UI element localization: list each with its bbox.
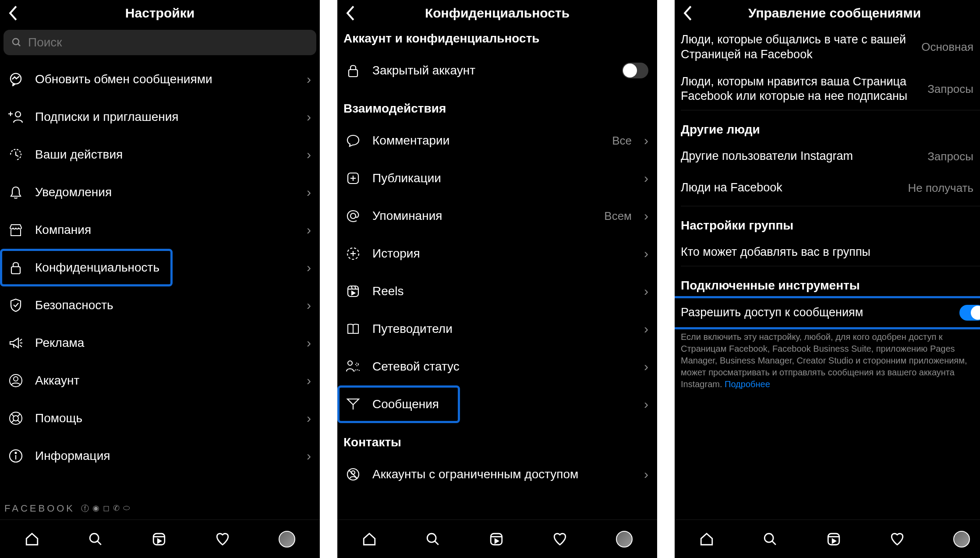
- nav-profile-avatar[interactable]: [953, 531, 970, 547]
- nav-profile-avatar[interactable]: [616, 531, 633, 547]
- private-account-toggle[interactable]: [622, 63, 648, 78]
- nav-home[interactable]: [25, 532, 39, 547]
- info-text: Если включить эту настройку, любой, для …: [675, 327, 980, 390]
- chevron-right-icon: ›: [307, 336, 311, 350]
- row-restricted[interactable]: Аккаунты с ограниченным доступом ›: [337, 456, 657, 493]
- row-label: Люди, которые общались в чате с вашей Ст…: [681, 32, 916, 62]
- chevron-right-icon: ›: [644, 397, 648, 412]
- chevron-right-icon: ›: [307, 147, 311, 162]
- chevron-right-icon: ›: [307, 72, 311, 87]
- megaphone-icon: [6, 333, 25, 353]
- row-label: Люди, которым нравится ваша Страница Fac…: [681, 74, 922, 104]
- svg-point-37: [348, 361, 352, 365]
- story-icon: [343, 244, 363, 263]
- row-page-likes[interactable]: Люди, которым нравится ваша Страница Fac…: [675, 68, 980, 110]
- allow-access-toggle[interactable]: [959, 305, 980, 321]
- chevron-right-icon: ›: [307, 260, 311, 275]
- row-comments[interactable]: Комментарии Все ›: [337, 122, 657, 159]
- row-label: Комментарии: [372, 134, 602, 148]
- row-label: Сетевой статус: [372, 360, 634, 374]
- svg-line-1: [18, 44, 20, 46]
- row-label: Люди на Facebook: [681, 180, 903, 195]
- nav-activity[interactable]: [890, 532, 905, 547]
- search-input[interactable]: [28, 35, 308, 49]
- row-label: Аккаунты с ограниченным доступом: [372, 467, 634, 481]
- row-account[interactable]: Аккаунт ›: [0, 362, 320, 399]
- account-icon: [6, 371, 25, 390]
- nav-profile-avatar[interactable]: [279, 531, 295, 547]
- row-mentions[interactable]: Упоминания Всем ›: [337, 197, 657, 235]
- row-activity-status[interactable]: Сетевой статус ›: [337, 348, 657, 385]
- row-label: Публикации: [372, 171, 634, 185]
- nav-search[interactable]: [763, 532, 778, 547]
- chevron-right-icon: ›: [644, 467, 648, 482]
- row-about[interactable]: Информация ›: [0, 437, 320, 475]
- svg-rect-23: [153, 533, 165, 545]
- nav-activity[interactable]: [215, 532, 230, 547]
- nav-activity[interactable]: [552, 532, 567, 547]
- row-security[interactable]: Безопасность ›: [0, 286, 320, 324]
- activity-icon: [6, 145, 25, 164]
- bottom-nav: [0, 519, 320, 558]
- info-link[interactable]: Подробнее: [725, 379, 770, 389]
- section-interactions: Взаимодействия: [337, 89, 657, 122]
- row-allow-access[interactable]: Разрешить доступ к сообщениям: [675, 299, 980, 327]
- chevron-right-icon: ›: [644, 208, 648, 223]
- page-title: Конфиденциальность: [337, 6, 657, 21]
- row-guides[interactable]: Путеводители ›: [337, 310, 657, 348]
- chevron-right-icon: ›: [307, 411, 311, 426]
- bottom-nav: [337, 519, 657, 558]
- row-value: Не получать: [908, 181, 974, 195]
- svg-point-11: [14, 377, 18, 381]
- nav-search[interactable]: [88, 532, 103, 547]
- bell-icon: [6, 183, 25, 202]
- nav-reels[interactable]: [489, 532, 504, 547]
- row-notifications[interactable]: Уведомления ›: [0, 173, 320, 211]
- row-privacy[interactable]: Конфиденциальность ›: [0, 249, 320, 286]
- section-contacts: Контакты: [337, 423, 657, 456]
- row-reels[interactable]: Reels ›: [337, 272, 657, 310]
- row-label: Путеводители: [372, 322, 634, 336]
- row-other-instagram[interactable]: Другие пользователи Instagram Запросы ›: [675, 143, 980, 170]
- chevron-right-icon: ›: [307, 222, 311, 237]
- oculus-glyph-icon: ⬭: [123, 503, 130, 514]
- chevron-right-icon: ›: [644, 321, 648, 336]
- row-help[interactable]: Помощь ›: [0, 399, 320, 437]
- row-story[interactable]: История ›: [337, 235, 657, 272]
- svg-rect-25: [349, 70, 357, 77]
- row-label: Закрытый аккаунт: [372, 64, 612, 78]
- row-people-facebook[interactable]: Люди на Facebook Не получать ›: [675, 170, 980, 206]
- row-follow-invite[interactable]: Подписки и приглашения ›: [0, 98, 320, 136]
- section-account-privacy: Аккаунт и конфиденциальность: [337, 26, 657, 52]
- row-messages[interactable]: Сообщения ›: [337, 385, 657, 423]
- row-business[interactable]: Компания ›: [0, 211, 320, 249]
- svg-rect-49: [828, 533, 839, 545]
- nav-reels[interactable]: [826, 532, 841, 547]
- row-page-chat[interactable]: Люди, которые общались в чате с вашей Ст…: [675, 26, 980, 68]
- row-update-messaging[interactable]: Обновить обмен сообщениями ›: [0, 60, 320, 98]
- row-value: Всем: [604, 209, 632, 223]
- row-label: Компания: [35, 223, 297, 237]
- svg-line-44: [435, 541, 439, 545]
- row-group-add[interactable]: Кто может добавлять вас в группы ›: [675, 239, 980, 266]
- page-title: Настройки: [0, 6, 320, 21]
- svg-line-9: [20, 345, 22, 347]
- row-posts[interactable]: Публикации ›: [337, 159, 657, 197]
- activity-status-icon: [343, 357, 363, 376]
- search-box[interactable]: [4, 30, 316, 55]
- row-label: Кто может добавлять вас в группы: [681, 245, 976, 260]
- nav-home[interactable]: [362, 532, 377, 547]
- nav-home[interactable]: [699, 532, 714, 547]
- svg-line-16: [11, 420, 14, 423]
- message-controls-panel: Управление сообщениями Люди, которые общ…: [675, 0, 980, 558]
- nav-search[interactable]: [425, 532, 440, 547]
- row-ads[interactable]: Реклама ›: [0, 324, 320, 362]
- bottom-nav: [675, 519, 980, 558]
- row-activity[interactable]: Ваши действия ›: [0, 136, 320, 173]
- svg-line-14: [11, 414, 14, 417]
- row-private-account[interactable]: Закрытый аккаунт: [337, 52, 657, 89]
- chevron-right-icon: ›: [307, 109, 311, 124]
- row-label: Информация: [35, 449, 297, 463]
- highlight-box: [1, 250, 172, 286]
- nav-reels[interactable]: [152, 532, 166, 547]
